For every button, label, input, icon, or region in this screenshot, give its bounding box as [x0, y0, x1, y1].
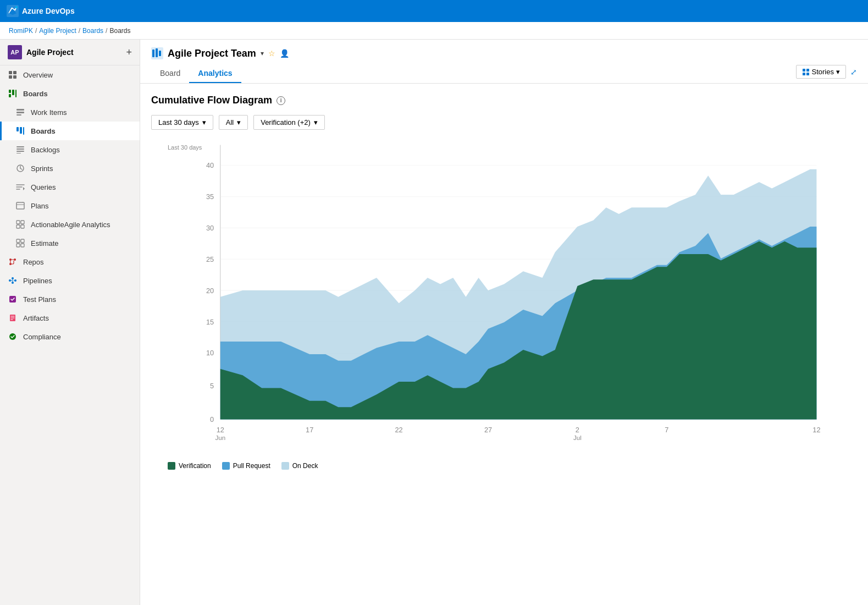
svg-rect-24 — [21, 221, 24, 224]
svg-point-36 — [12, 282, 14, 284]
sidebar-item-queries[interactable]: Queries — [0, 178, 140, 196]
svg-rect-13 — [16, 127, 19, 131]
svg-rect-46 — [806, 69, 809, 72]
sidebar-item-boards[interactable]: Boards — [0, 122, 140, 140]
sidebar-item-boards-label: Boards — [31, 127, 56, 135]
svg-point-33 — [14, 258, 16, 261]
team-chevron-button[interactable]: ▾ — [261, 50, 264, 57]
boards-header-icon — [8, 89, 18, 98]
svg-text:12: 12 — [812, 426, 820, 434]
breadcrumb-agile-project[interactable]: Agile Project — [39, 27, 76, 35]
breadcrumb-boards-1[interactable]: Boards — [82, 27, 103, 35]
sidebar-item-overview[interactable]: Overview — [0, 65, 140, 84]
boards-icon — [15, 126, 25, 136]
project-name: Agile Project — [26, 48, 74, 57]
type-filter[interactable]: All ▾ — [219, 115, 248, 130]
chart-wrapper: Last 30 days 0 5 10 — [151, 139, 857, 458]
svg-rect-14 — [20, 127, 22, 134]
period-filter[interactable]: Last 30 days ▾ — [151, 115, 213, 130]
stories-dropdown-button[interactable]: Stories ▾ — [796, 65, 846, 79]
svg-rect-27 — [16, 239, 20, 243]
svg-text:5: 5 — [210, 382, 214, 390]
stages-filter[interactable]: Verification (+2) ▾ — [253, 115, 325, 130]
tab-board[interactable]: Board — [151, 65, 189, 83]
svg-rect-8 — [9, 94, 11, 97]
svg-rect-44 — [159, 51, 161, 56]
sidebar-item-plans[interactable]: Plans — [0, 196, 140, 215]
artifacts-icon — [8, 313, 18, 323]
sidebar-project: AP Agile Project + — [0, 40, 140, 65]
svg-text:17: 17 — [306, 426, 313, 434]
sidebar-item-artifacts[interactable]: Artifacts — [0, 309, 140, 327]
legend-verification: Verification — [168, 462, 211, 470]
actionable-icon — [15, 219, 25, 229]
svg-point-1 — [15, 6, 18, 8]
expand-button[interactable]: ⤢ — [850, 68, 857, 76]
sidebar-item-compliance[interactable]: Compliance — [0, 327, 140, 346]
cumulative-flow-chart: 0 5 10 15 20 25 — [151, 139, 857, 458]
svg-text:7: 7 — [665, 426, 668, 434]
plans-icon — [15, 201, 25, 211]
sidebar-item-sprints-label: Sprints — [31, 164, 53, 173]
svg-text:12: 12 — [217, 426, 224, 434]
sidebar-item-actionable[interactable]: ActionableAgile Analytics — [0, 215, 140, 234]
repos-icon — [8, 257, 18, 267]
sidebar-item-work-items[interactable]: Work Items — [0, 103, 140, 122]
sidebar-item-pipelines[interactable]: Pipelines — [0, 271, 140, 290]
chart-info-icon[interactable]: i — [277, 96, 285, 105]
sidebar-item-backlogs[interactable]: Backlogs — [0, 140, 140, 159]
sprints-icon — [15, 163, 25, 173]
sidebar-item-sprints[interactable]: Sprints — [0, 159, 140, 178]
add-project-button[interactable]: + — [126, 47, 132, 57]
sidebar-item-backlogs-label: Backlogs — [31, 146, 60, 154]
sidebar-item-plans-label: Plans — [31, 202, 49, 210]
svg-rect-11 — [16, 112, 24, 113]
svg-rect-28 — [21, 239, 24, 243]
svg-text:2: 2 — [576, 426, 579, 434]
svg-text:35: 35 — [206, 193, 214, 201]
period-filter-value: Last 30 days — [158, 118, 199, 127]
svg-rect-2 — [9, 71, 12, 74]
sidebar-item-test-plans[interactable]: Test Plans — [0, 290, 140, 309]
backlogs-icon — [15, 145, 25, 155]
period-chevron-icon: ▾ — [202, 118, 206, 127]
svg-point-34 — [9, 279, 11, 282]
svg-rect-9 — [15, 90, 16, 97]
overview-icon — [8, 70, 18, 80]
svg-text:22: 22 — [395, 426, 403, 434]
sidebar-item-boards-header[interactable]: Boards — [0, 84, 140, 103]
stories-icon — [802, 68, 810, 76]
legend-verification-color — [168, 462, 175, 470]
favorite-button[interactable]: ☆ — [268, 49, 275, 58]
team-title-row: Agile Project Team ▾ ☆ 👤 — [151, 47, 857, 59]
team-title-text: Agile Project Team — [168, 48, 256, 59]
svg-text:30: 30 — [206, 224, 214, 232]
svg-rect-43 — [156, 48, 158, 57]
breadcrumb-romipk[interactable]: RomiPK — [9, 27, 33, 35]
svg-rect-7 — [12, 90, 14, 95]
queries-icon — [15, 182, 25, 192]
svg-marker-21 — [23, 187, 25, 190]
svg-text:20: 20 — [206, 287, 214, 295]
app-logo[interactable]: Azure DevOps — [7, 5, 75, 17]
chart-legend: Verification Pull Request On Deck — [151, 462, 857, 470]
breadcrumb-boards-2: Boards — [109, 27, 130, 35]
chart-filters: Last 30 days ▾ All ▾ Verification (+2) ▾ — [151, 115, 857, 130]
svg-rect-10 — [16, 109, 24, 111]
main-content: Agile Project Team ▾ ☆ 👤 Board Analytics… — [140, 40, 868, 605]
sidebar-item-estimate[interactable]: Estimate — [0, 234, 140, 252]
chart-title: Cumulative Flow Diagram i — [151, 95, 857, 106]
sidebar-item-queries-label: Queries — [31, 183, 56, 191]
team-members-button[interactable]: 👤 — [280, 49, 289, 58]
pipelines-icon — [8, 276, 18, 285]
sidebar-item-repos[interactable]: Repos — [0, 252, 140, 271]
svg-rect-47 — [803, 73, 805, 75]
sidebar-item-repos-label: Repos — [23, 258, 44, 266]
svg-rect-6 — [9, 90, 11, 93]
legend-pull-request: Pull Request — [222, 462, 270, 470]
svg-text:Jul: Jul — [573, 434, 582, 441]
sidebar-item-overview-label: Overview — [23, 71, 53, 79]
sidebar-item-work-items-label: Work Items — [31, 108, 67, 117]
tab-analytics[interactable]: Analytics — [189, 65, 241, 83]
svg-text:Jun: Jun — [215, 434, 225, 441]
